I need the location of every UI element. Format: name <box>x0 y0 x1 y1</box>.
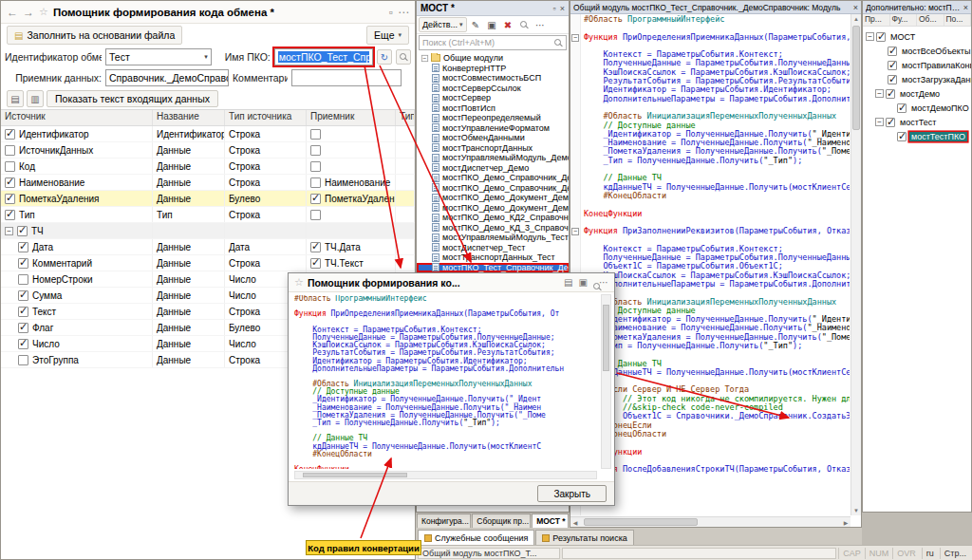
module-tree-item[interactable]: мостПКО_Демо_Справочник_Демо2 <box>417 183 569 194</box>
subsystem-tree-item[interactable]: мостТестПКО <box>863 129 971 143</box>
collapse-icon[interactable]: − <box>421 55 428 62</box>
source-checkbox[interactable] <box>18 339 28 349</box>
panel-tab[interactable]: МОСТ * <box>532 513 569 528</box>
doc-icon[interactable]: ▤ <box>564 277 572 288</box>
copy-icon[interactable]: ▣ <box>485 18 499 32</box>
module-tree-item[interactable]: мостСовместимостьБСП <box>417 73 569 84</box>
receiver-checkbox[interactable] <box>310 145 321 156</box>
source-checkbox[interactable] <box>5 210 15 220</box>
toolbar-more-icon[interactable]: ⋯ <box>533 18 548 32</box>
list-icon[interactable]: ▥ <box>27 90 44 107</box>
module-tree-item[interactable]: мостПКО_Тест_Справочник_Демо <box>417 263 569 273</box>
comment-input[interactable] <box>291 69 402 86</box>
source-checkbox[interactable] <box>5 161 15 172</box>
column-header[interactable]: Пр... <box>863 14 890 26</box>
search-input[interactable]: Поиск (Ctrl+Alt+M) <box>419 35 567 50</box>
subsystem-tree-item[interactable]: −мостДемо <box>863 86 971 101</box>
subsystem-tree-item[interactable]: мостВсеОбъекты <box>863 44 971 58</box>
subsystem-checkbox[interactable] <box>897 132 907 141</box>
source-checkbox[interactable] <box>5 145 15 156</box>
close-icon[interactable]: × <box>963 3 968 12</box>
panel-tab[interactable]: Сборщик пр... <box>472 513 531 528</box>
module-tree-item[interactable]: мостПКО_Демо_КД2_Справочни <box>417 213 569 223</box>
source-checkbox[interactable] <box>17 226 28 236</box>
favorite-star-icon[interactable]: ☆ <box>39 6 48 18</box>
scrollbar-thumb[interactable] <box>603 305 609 371</box>
message-tab[interactable]: Результаты поиска <box>535 530 633 545</box>
module-tree-item[interactable]: мостДиспетчер_Демо <box>417 163 569 174</box>
close-icon[interactable]: × <box>853 3 858 12</box>
module-tree-item[interactable]: мостСервер <box>417 93 569 103</box>
scrollbar-thumb[interactable] <box>852 26 860 130</box>
source-checkbox[interactable] <box>5 129 15 140</box>
back-icon[interactable]: ← <box>7 6 18 19</box>
module-tree-item[interactable]: мостОбменДанными <box>417 133 569 143</box>
scroll-down-icon[interactable]: ▼ <box>851 506 861 515</box>
subsystem-tree-item[interactable]: мостПравилаКонвертации <box>863 58 971 72</box>
collapse-icon[interactable]: − <box>571 228 579 235</box>
receiver-checkbox[interactable] <box>310 258 321 269</box>
module-tree-item[interactable]: мостУправляемыйМодуль_Демо <box>417 153 569 163</box>
module-tree-item[interactable]: мостПКО_Демо_Документ_ДемоП <box>417 193 569 203</box>
module-tree-item[interactable]: мостУправляемыйМодуль_Тест <box>417 233 569 243</box>
table-row[interactable]: ТипТипСтрока <box>1 207 415 223</box>
close-dialog-button[interactable]: Закрыть <box>537 485 607 502</box>
fill-from-file-button[interactable]: ▤ Заполнить на основании файла <box>7 26 182 45</box>
source-checkbox[interactable] <box>18 242 28 252</box>
collapse-icon[interactable]: − <box>5 227 13 235</box>
column-header-title[interactable]: Название <box>153 110 225 125</box>
panel-tab[interactable]: Конфигура... <box>417 513 471 528</box>
source-checkbox[interactable] <box>5 177 15 188</box>
column-header-receiver-type[interactable]: Тип пр... <box>396 110 415 125</box>
tree-node-common-modules[interactable]: −Общие модули <box>417 53 569 64</box>
dialog-titlebar[interactable]: ☆ Помощник формирования ко... ▤ ▣ ⋯ <box>289 273 614 292</box>
source-checkbox[interactable] <box>5 194 15 204</box>
edit-icon[interactable]: ✎ <box>469 18 483 32</box>
horizontal-scrollbar[interactable] <box>294 471 597 479</box>
table-row[interactable]: НаименованиеДанныеСтрокаНаименование <box>1 175 415 191</box>
subsystem-checkbox[interactable] <box>888 47 897 56</box>
scroll-left-icon[interactable]: ◀ <box>570 517 580 527</box>
scrollbar-thumb[interactable] <box>584 518 698 526</box>
source-checkbox[interactable] <box>18 355 28 365</box>
module-tree-item[interactable]: мостПереопределяемый <box>417 113 569 123</box>
subsystem-checkbox[interactable] <box>897 103 907 113</box>
module-tree-item[interactable]: мостТранспортДанных <box>417 143 569 154</box>
source-checkbox[interactable] <box>18 290 28 301</box>
receiver-input[interactable]: Справочник._ДемоСправочник ▾ <box>105 69 229 86</box>
dialog-code-lines[interactable]: #Область ПрограммныйИнтерфейс Функция Пр… <box>294 295 597 469</box>
source-checkbox[interactable] <box>18 307 28 317</box>
show-incoming-data-button[interactable]: Показать текст входящих данных <box>47 90 218 107</box>
table-row[interactable]: ИдентификаторИдентификаторСтрока <box>1 126 415 142</box>
table-row[interactable]: −ТЧ <box>1 223 415 239</box>
source-checkbox[interactable] <box>18 274 28 285</box>
subsystem-tree-item[interactable]: мостЗагрузкаДанных <box>863 72 971 86</box>
collapse-icon[interactable]: − <box>875 89 884 98</box>
scrollbar-thumb[interactable] <box>303 473 407 477</box>
table-row[interactable]: ДатаДанныеДатаТЧ.Дата <box>1 239 415 255</box>
subsystem-checkbox[interactable] <box>888 75 897 84</box>
more-button[interactable]: Еще ▾ <box>366 26 409 45</box>
vertical-scrollbar[interactable]: ▲ ▼ <box>850 14 861 515</box>
collapse-icon[interactable]: − <box>866 32 874 41</box>
module-tree-item[interactable]: мостПовтИсп <box>417 103 569 114</box>
module-tree-item[interactable]: мостПКО_Демо_КД_3_Справочни <box>417 223 569 233</box>
receiver-checkbox[interactable] <box>310 161 321 172</box>
receiver-checkbox[interactable] <box>310 210 321 220</box>
copy-icon[interactable]: ▣ <box>579 277 588 288</box>
table-row[interactable]: КодДанныеСтрока <box>1 159 415 175</box>
window-more-icon[interactable]: ⋯ <box>398 6 409 19</box>
float-window-icon[interactable]: ▫ <box>553 4 556 13</box>
close-icon[interactable]: × <box>560 4 565 13</box>
collapse-icon[interactable]: − <box>875 118 884 126</box>
subsystem-checkbox[interactable] <box>886 89 895 99</box>
chevron-down-icon[interactable]: ▾ <box>201 53 208 61</box>
module-tree-item[interactable]: мостПКО_Демо_Документ_ДемоЗ <box>417 203 569 214</box>
subsystem-checkbox[interactable] <box>886 118 895 127</box>
column-header[interactable]: Об... <box>917 14 944 26</box>
refresh-icon[interactable]: ↻ <box>377 49 392 65</box>
horizontal-scrollbar[interactable]: ◀ ▶ <box>570 516 850 527</box>
delete-icon[interactable]: ✖ <box>501 18 515 32</box>
subsystem-tree-item[interactable]: −мостТест <box>863 115 971 129</box>
code-editor-lines[interactable]: #Область ПрограммныйИнтерфейс Функция Пр… <box>584 15 850 515</box>
